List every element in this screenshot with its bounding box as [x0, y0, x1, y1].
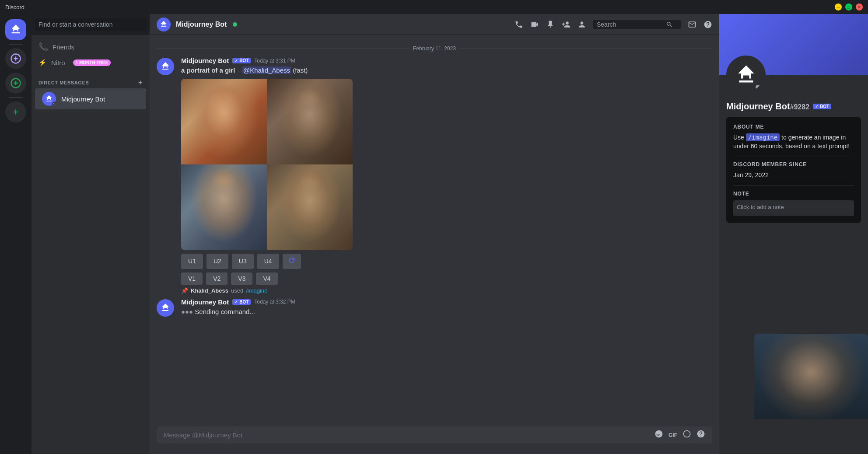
profile-discriminator: #9282	[790, 103, 810, 111]
dm-item-midjourney[interactable]: Midjourney Bot	[35, 88, 146, 109]
u3-button[interactable]: U3	[232, 254, 254, 269]
message-2: Midjourney Bot BOT Today at 3:32 PM ●●● …	[150, 297, 719, 318]
message-1-bot-badge: BOT	[232, 58, 251, 63]
note-title: NOTE	[733, 191, 854, 197]
system-text-used: used	[231, 287, 243, 294]
chat-header-actions	[514, 20, 712, 29]
friends-nav-item[interactable]: 📞 Friends	[35, 38, 146, 55]
message-2-status: Sending command...	[195, 308, 255, 315]
system-cmd-link[interactable]: /imagine	[246, 287, 267, 294]
message-2-bot-badge: BOT	[232, 299, 251, 305]
pin-button[interactable]	[546, 20, 555, 29]
date-divider: February 11, 2023	[150, 42, 719, 55]
u1-button[interactable]: U1	[181, 254, 203, 269]
add-server-icon[interactable]: +	[5, 101, 26, 122]
profile-divider-2	[733, 185, 854, 185]
about-me-title: ABOUT ME	[733, 124, 854, 130]
message-1-text: a portrait of a girl – @Khalid_Abess (fa…	[181, 66, 712, 75]
video-overlay	[754, 334, 868, 419]
profile-divider-1	[733, 156, 854, 156]
chat-header-name: Midjourney Bot	[176, 21, 227, 28]
profile-body: Midjourney Bot#9282 BOT ABOUT ME Use /im…	[719, 75, 868, 230]
profile-name-row: Midjourney Bot#9282 BOT	[726, 101, 861, 112]
message-help-button[interactable]	[696, 430, 705, 440]
explore-icon[interactable]	[5, 73, 26, 94]
direct-messages-header: DIRECT MESSAGES +	[32, 72, 150, 88]
search-input[interactable]	[597, 21, 662, 28]
profile-info-card: ABOUT ME Use /imagine to generate an ima…	[726, 117, 861, 223]
dm-search-area	[32, 14, 150, 35]
date-divider-text: February 11, 2023	[413, 45, 456, 52]
profile-username: Midjourney Bot#9282	[726, 101, 809, 112]
v2-button[interactable]: V2	[206, 272, 228, 285]
refresh-button[interactable]	[283, 254, 301, 269]
minimize-button[interactable]: ─	[835, 3, 842, 10]
dm-nav: 📞 Friends ⚡ Nitro 1 MONTH FREE	[32, 35, 150, 72]
system-emoji: 📌	[181, 287, 188, 294]
image-bottom-right	[267, 164, 353, 250]
close-button[interactable]: ✕	[856, 3, 863, 10]
u4-button[interactable]: U4	[257, 254, 279, 269]
profile-avatar-status	[754, 84, 761, 91]
image-top-right	[267, 79, 353, 164]
nitro-badge: 1 MONTH FREE	[73, 59, 111, 66]
emoji-button[interactable]	[654, 430, 663, 440]
bot-status-indicator	[52, 102, 56, 106]
message-2-text: ●●● Sending command...	[181, 307, 712, 317]
nitro-nav-icon: ⚡	[38, 59, 47, 66]
v4-button[interactable]: V4	[256, 272, 277, 285]
about-me-before: Use	[733, 134, 746, 141]
image-bottom-left	[181, 164, 267, 250]
server-sidebar: +	[0, 14, 32, 454]
profile-button[interactable]	[578, 20, 586, 29]
add-member-button[interactable]	[562, 20, 570, 29]
message-1-text-bold: a portrait of a girl	[181, 66, 235, 74]
video-feed	[754, 334, 868, 419]
search-icon	[666, 21, 673, 28]
about-me-cmd: /imagine	[746, 133, 780, 141]
app-title: Discord	[5, 4, 24, 10]
nitro-icon[interactable]	[5, 48, 26, 69]
message-1-mention: @Khalid_Abess	[242, 66, 291, 74]
inbox-button[interactable]	[688, 20, 696, 29]
profile-bot-badge: BOT	[813, 104, 831, 109]
chat-header-status	[233, 22, 237, 27]
action-buttons-row2: V1 V2 V3 V4	[181, 272, 712, 285]
v1-button[interactable]: V1	[181, 272, 203, 285]
message-1-author: Midjourney Bot	[181, 57, 229, 64]
find-conversation-input[interactable]	[35, 18, 146, 31]
message-2-author: Midjourney Bot	[181, 298, 229, 306]
u2-button[interactable]: U2	[206, 254, 228, 269]
help-button[interactable]	[704, 20, 712, 29]
v3-button[interactable]: V3	[231, 272, 252, 285]
chat-header-avatar	[157, 17, 171, 31]
maximize-button[interactable]: □	[845, 3, 852, 10]
sticker-button[interactable]	[682, 430, 691, 440]
dm-sidebar: 📞 Friends ⚡ Nitro 1 MONTH FREE DIRECT ME…	[32, 14, 150, 454]
app-layout: + 📞 Friends ⚡ Nitro 1 MONTH FREE DIRECT …	[0, 14, 868, 454]
window-controls: ─ □ ✕	[835, 3, 863, 10]
message-1-content: Midjourney Bot BOT Today at 3:31 PM a po…	[181, 57, 712, 285]
message-1-header: Midjourney Bot BOT Today at 3:31 PM	[181, 57, 712, 64]
message-1: Midjourney Bot BOT Today at 3:31 PM a po…	[150, 55, 719, 286]
note-input[interactable]: Click to add a note	[733, 200, 854, 216]
search-bar	[593, 20, 681, 29]
titlebar: Discord ─ □ ✕	[0, 0, 868, 14]
profile-name-text: Midjourney Bot	[726, 101, 790, 111]
add-dm-button[interactable]: +	[138, 79, 143, 87]
about-me-text: Use /imagine to generate an image in und…	[733, 133, 854, 150]
gif-button[interactable]: GIF	[668, 432, 677, 438]
chat-input[interactable]	[164, 426, 649, 444]
nitro-label: Nitro	[51, 59, 65, 66]
call-button[interactable]	[514, 20, 523, 29]
message-2-avatar	[157, 299, 174, 317]
chat-input-area: GIF	[150, 426, 719, 454]
profile-avatar-large	[726, 56, 766, 95]
chat-input-box: GIF	[157, 426, 712, 444]
discord-home-icon[interactable]	[5, 19, 26, 40]
midjourney-bot-name: Midjourney Bot	[61, 95, 105, 103]
video-button[interactable]	[530, 20, 539, 29]
action-buttons-row1: U1 U2 U3 U4	[181, 254, 712, 269]
nitro-nav-item[interactable]: ⚡ Nitro 1 MONTH FREE	[35, 55, 146, 70]
video-person	[754, 334, 868, 419]
